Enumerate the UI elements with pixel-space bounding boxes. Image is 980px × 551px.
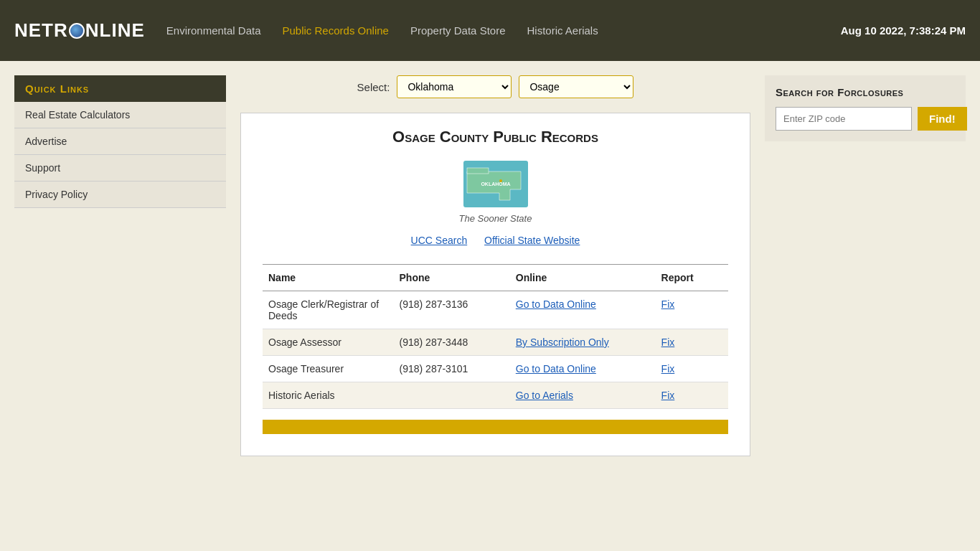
cell-online: By Subscription Only: [510, 329, 656, 356]
foreclosure-box: Search for Forclosures Find!: [765, 75, 966, 141]
table-row: Historic AerialsGo to AerialsFix: [263, 382, 728, 409]
sidebar-item-real-estate-calculators[interactable]: Real Estate Calculators: [14, 102, 226, 128]
online-link[interactable]: By Subscription Only: [516, 336, 609, 348]
cell-phone: (918) 287-3448: [394, 329, 510, 356]
table-row: Osage Assessor(918) 287-3448By Subscript…: [263, 329, 728, 356]
cell-phone: [394, 382, 510, 409]
table-row: Osage Treasurer(918) 287-3101Go to Data …: [263, 356, 728, 382]
sidebar-item-privacy-policy[interactable]: Privacy Policy: [14, 182, 226, 208]
col-header-report: Report: [656, 265, 728, 291]
svg-text:OKLAHOMA: OKLAHOMA: [481, 182, 510, 187]
nav-public-records-online[interactable]: Public Records Online: [283, 24, 389, 37]
select-bar: Select: Oklahoma Osage: [240, 75, 750, 98]
county-title: Osage County Public Records: [263, 128, 728, 146]
report-link[interactable]: Fix: [661, 336, 675, 348]
cell-name: Osage Clerk/Registrar of Deeds: [263, 291, 394, 329]
globe-icon: [69, 23, 85, 39]
nav-historic-aerials[interactable]: Historic Aerials: [527, 24, 598, 37]
cell-phone: (918) 287-3136: [394, 291, 510, 329]
cell-report: Fix: [656, 291, 728, 329]
state-caption: The Sooner State: [263, 213, 728, 224]
datetime: Aug 10 2022, 7:38:24 PM: [841, 24, 966, 37]
center-content: Select: Oklahoma Osage Osage County Publ…: [240, 75, 750, 456]
sidebar-item-advertise[interactable]: Advertise: [14, 128, 226, 155]
col-header-online: Online: [510, 265, 656, 291]
cell-report: Fix: [656, 356, 728, 382]
online-link[interactable]: Go to Data Online: [516, 298, 596, 310]
records-table: Name Phone Online Report Osage Clerk/Reg…: [263, 264, 728, 409]
sidebar: Quick Links Real Estate Calculators Adve…: [14, 75, 226, 456]
cell-report: Fix: [656, 329, 728, 356]
main-content: Quick Links Real Estate Calculators Adve…: [0, 61, 980, 471]
svg-rect-2: [467, 168, 489, 174]
col-header-phone: Phone: [394, 265, 510, 291]
links-row: UCC Search Official State Website: [263, 235, 728, 246]
report-link[interactable]: Fix: [661, 298, 675, 310]
select-label: Select:: [357, 81, 390, 93]
cell-online: Go to Aerials: [510, 382, 656, 409]
state-image-area: OKLAHOMA The Sooner State: [263, 161, 728, 224]
zip-input[interactable]: [776, 107, 912, 131]
svg-point-4: [499, 179, 502, 182]
table-row: Osage Clerk/Registrar of Deeds(918) 287-…: [263, 291, 728, 329]
cell-online: Go to Data Online: [510, 356, 656, 382]
cell-report: Fix: [656, 382, 728, 409]
cell-name: Historic Aerials: [263, 382, 394, 409]
table-body: Osage Clerk/Registrar of Deeds(918) 287-…: [263, 291, 728, 409]
cell-name: Osage Assessor: [263, 329, 394, 356]
state-map-image: OKLAHOMA: [463, 161, 528, 207]
zip-row: Find!: [776, 107, 955, 131]
official-state-website-link[interactable]: Official State Website: [484, 235, 580, 246]
col-header-name: Name: [263, 265, 394, 291]
records-box: Osage County Public Records OKLAHOMA The…: [240, 113, 750, 456]
online-link[interactable]: Go to Data Online: [516, 363, 596, 375]
header: NETRNLINE Environmental Data Public Reco…: [0, 0, 980, 61]
report-link[interactable]: Fix: [661, 390, 675, 401]
quick-links-header: Quick Links: [14, 75, 226, 102]
main-nav: Environmental Data Public Records Online…: [166, 24, 841, 37]
nav-property-data-store[interactable]: Property Data Store: [410, 24, 506, 37]
county-select[interactable]: Osage: [519, 75, 633, 98]
nav-environmental-data[interactable]: Environmental Data: [166, 24, 261, 37]
report-link[interactable]: Fix: [661, 363, 675, 375]
sidebar-item-support[interactable]: Support: [14, 155, 226, 182]
find-button[interactable]: Find!: [918, 107, 967, 131]
foreclosure-title: Search for Forclosures: [776, 86, 955, 98]
yellow-bar: [263, 420, 728, 434]
table-header-row: Name Phone Online Report: [263, 265, 728, 291]
online-link[interactable]: Go to Aerials: [516, 390, 573, 401]
ucc-search-link[interactable]: UCC Search: [411, 235, 468, 246]
cell-online: Go to Data Online: [510, 291, 656, 329]
cell-phone: (918) 287-3101: [394, 356, 510, 382]
logo-area[interactable]: NETRNLINE: [14, 19, 145, 42]
state-select[interactable]: Oklahoma: [397, 75, 512, 98]
right-sidebar: Search for Forclosures Find!: [765, 75, 966, 456]
cell-name: Osage Treasurer: [263, 356, 394, 382]
logo: NETRNLINE: [14, 19, 145, 42]
